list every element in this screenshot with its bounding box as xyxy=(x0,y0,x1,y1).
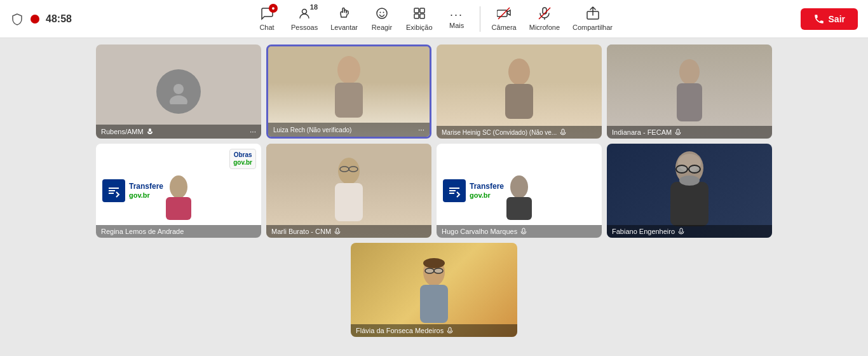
svg-point-39 xyxy=(425,268,434,273)
pessoas-button[interactable]: 18 Pessoas xyxy=(286,4,323,34)
tile-label-marli: Marli Burato - CNM xyxy=(266,225,431,238)
tile-label-flavia: Flávia da Fonseca Medeiros xyxy=(351,324,517,337)
person-shape-flavia xyxy=(409,248,459,331)
svg-point-42 xyxy=(423,258,445,268)
compartilhar-label: Compartilhar xyxy=(573,24,613,31)
svg-rect-5 xyxy=(420,8,424,13)
person-shape-luiza xyxy=(323,48,374,124)
participant-tile-luiza: Luiza Rech (Não verificado) ··· xyxy=(266,44,431,139)
svg-point-33 xyxy=(676,165,688,173)
exibicao-label: Exibição xyxy=(406,24,433,31)
participant-tile-regina: Transfere gov.br Obras gov.br xyxy=(96,144,261,238)
video-row-3: Flávia da Fonseca Medeiros xyxy=(351,243,517,337)
video-row-2: Transfere gov.br Obras gov.br xyxy=(83,144,785,238)
mais-button[interactable]: ··· Mais xyxy=(440,6,473,32)
levantar-label: Levantar xyxy=(330,24,358,31)
topbar: 48:58 ● Chat 18 Pessoas xyxy=(0,0,868,38)
tile-label-regina: Regina Lemos de Andrade xyxy=(96,225,261,238)
exibicao-button[interactable]: Exibição xyxy=(401,4,438,34)
participant-tile-rubens: Rubens/AMM ··· xyxy=(96,44,261,139)
svg-rect-32 xyxy=(670,182,709,226)
svg-point-28 xyxy=(510,175,528,198)
svg-point-2 xyxy=(380,12,381,13)
mais-icon: ··· xyxy=(450,9,463,20)
mic-icon-marise xyxy=(559,128,567,136)
obras-logo: Obras gov.br xyxy=(229,149,256,169)
mic-icon xyxy=(146,128,154,135)
chat-button[interactable]: ● Chat xyxy=(250,4,283,34)
svg-rect-20 xyxy=(677,83,702,121)
reagir-button[interactable]: Reagir xyxy=(365,4,398,34)
reagir-icon xyxy=(375,6,389,22)
svg-rect-38 xyxy=(420,285,448,323)
reagir-label: Reagir xyxy=(372,24,392,31)
chat-badge: ● xyxy=(269,4,278,13)
tile-label-luiza: Luiza Rech (Não verificado) ··· xyxy=(268,123,430,137)
svg-rect-24 xyxy=(335,183,363,221)
chat-label: Chat xyxy=(259,24,274,31)
person-shape-fabiano xyxy=(658,144,721,231)
mic-icon-flavia xyxy=(446,327,454,334)
svg-rect-7 xyxy=(420,14,424,18)
separator xyxy=(480,6,480,32)
participant-tile-indianara: Indianara - FECAM xyxy=(607,44,772,139)
svg-point-14 xyxy=(170,95,187,104)
svg-rect-6 xyxy=(414,14,419,18)
mic-icon-marli xyxy=(334,228,341,235)
avatar xyxy=(156,69,201,114)
participant-tile-flavia: Flávia da Fonseca Medeiros xyxy=(351,243,517,337)
tile-label-fabiano: Fabiano Engenheiro xyxy=(607,225,772,238)
participant-tile-marli: Marli Burato - CNM xyxy=(266,144,431,238)
compartilhar-button[interactable]: Compartilhar xyxy=(567,4,618,34)
participant-name-rubens: Rubens/AMM xyxy=(101,128,144,135)
mic-icon-fabiano xyxy=(677,228,685,235)
svg-point-13 xyxy=(173,84,184,94)
participant-name-fabiano: Fabiano Engenheiro xyxy=(612,228,675,235)
participant-name-flavia: Flávia da Fonseca Medeiros xyxy=(356,327,444,334)
topbar-left: 48:58 xyxy=(10,12,72,26)
compartilhar-icon xyxy=(586,6,600,22)
end-call-button[interactable]: Sair xyxy=(801,8,858,30)
topbar-right: Sair xyxy=(801,8,858,30)
pessoas-label: Pessoas xyxy=(291,24,318,31)
levantar-button[interactable]: Levantar xyxy=(325,4,363,34)
record-indicator xyxy=(31,15,39,24)
svg-rect-16 xyxy=(335,83,363,118)
mic-icon-hugo xyxy=(520,228,527,235)
options-dots-luiza[interactable]: ··· xyxy=(418,125,424,134)
participant-tile-fabiano: Fabiano Engenheiro xyxy=(607,144,772,238)
participant-name-luiza: Luiza Rech (Não verificado) xyxy=(273,127,351,134)
person-shape-marli xyxy=(323,149,374,231)
microfone-label: Microfone xyxy=(529,24,560,31)
mic-icon-indianara xyxy=(674,128,682,136)
tile-label-rubens: Rubens/AMM ··· xyxy=(96,125,261,139)
participant-name-indianara: Indianara - FECAM xyxy=(612,128,672,136)
camera-label: Câmera xyxy=(492,24,517,31)
person-shape-hugo xyxy=(500,169,538,220)
svg-point-34 xyxy=(689,165,700,173)
svg-point-36 xyxy=(679,175,700,186)
participant-tile-marise: Marise Heinig SC (Convidado) (Não ve... xyxy=(437,44,602,139)
video-grid: Rubens/AMM ··· Luiza Rech (Não verificad… xyxy=(0,38,868,356)
person-shape-regina xyxy=(159,169,198,220)
svg-rect-29 xyxy=(506,197,532,220)
tile-label-marise: Marise Heinig SC (Convidado) (Não ve... xyxy=(437,126,602,139)
participant-name-regina: Regina Lemos de Andrade xyxy=(101,228,184,235)
svg-point-15 xyxy=(337,56,360,84)
participant-name-marise: Marise Heinig SC (Convidado) (Não ve... xyxy=(442,129,557,136)
camera-icon xyxy=(497,6,511,22)
microfone-button[interactable]: Microfone xyxy=(524,4,565,34)
transfere-icon xyxy=(106,183,121,198)
transfere-logo: Transfere gov.br xyxy=(102,179,163,202)
svg-point-3 xyxy=(383,12,384,13)
svg-point-40 xyxy=(434,268,443,273)
participant-name-hugo: Hugo Carvalho Marques xyxy=(442,228,517,235)
exibicao-icon xyxy=(412,6,426,22)
svg-point-0 xyxy=(302,10,307,14)
camera-button[interactable]: Câmera xyxy=(487,4,522,34)
mais-label: Mais xyxy=(449,22,464,29)
options-dots-rubens[interactable]: ··· xyxy=(250,127,256,136)
participant-tile-hugo: Transfere gov.br Hugo Carvalho Marques xyxy=(437,144,602,238)
microfone-icon xyxy=(538,6,552,22)
video-row-1: Rubens/AMM ··· Luiza Rech (Não verificad… xyxy=(83,44,785,139)
